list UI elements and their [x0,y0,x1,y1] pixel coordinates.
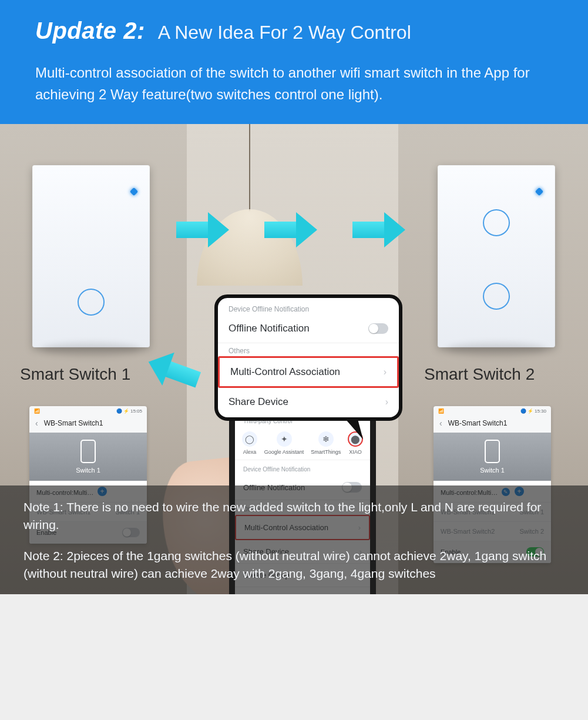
alexa-icon: ◯ [242,431,257,447]
arrow-right-icon [176,212,229,247]
arrow-right-icon [352,212,405,247]
integ-label: Alexa [243,449,257,455]
alexa-integration[interactable]: ◯Alexa [242,431,257,455]
share-device-row[interactable]: Share Device › [218,388,399,416]
switch-button-ring [483,283,510,310]
arrow-back-icon [142,346,204,397]
flow-arrows [176,212,405,247]
row-label: Multi-Control Association [230,366,340,378]
offline-section-title: Device Offline Notification [235,460,370,475]
device-hero: Switch 1 [29,433,147,481]
device-hero: Switch 1 [434,433,551,481]
notes-overlay: Note 1: There is no need to wire the new… [0,485,588,595]
status-time: 15:05 [130,408,142,414]
banner-description: Multi-control association of the switch … [35,62,553,105]
led-indicator-icon [130,187,138,196]
arrow-right-icon [264,212,317,247]
multi-control-association-row[interactable]: Multi-Control Association › [218,356,399,388]
chevron-right-icon: › [384,367,387,377]
back-icon[interactable]: ‹ [35,418,38,428]
smartthings-integration[interactable]: ❄SmartThings [311,431,341,455]
led-indicator-icon [535,187,543,196]
note-2: Note 2: 2pieces of the 1gang switches (w… [23,547,565,583]
toggle-icon[interactable] [368,323,388,334]
device-icon [485,440,500,463]
screen-title: WB-Smart Switch1 [448,419,508,427]
screen-title: WB-Smart Switch1 [44,419,103,427]
banner: Update 2: A New Idea For 2 Way Control M… [0,0,588,124]
row-label: Share Device [229,396,288,408]
row-label: Offline Notification [229,323,310,334]
back-icon[interactable]: ‹ [439,418,442,428]
banner-title-sub: A New Idea For 2 Way Control [158,22,411,43]
integ-label: SmartThings [311,449,341,455]
smart-switch-1-label: Smart Switch 1 [20,365,130,384]
illustration-stage: Smart Switch 1 Smart Switch 2 Device Off… [0,124,588,594]
chevron-right-icon: › [385,397,388,407]
smart-switch-2-panel [438,165,555,347]
hero-label: Switch 1 [76,467,100,474]
integ-label: XIAO [349,449,362,455]
google-assistant-integration[interactable]: ✦Google Assistant [264,431,304,455]
settings-callout: Device Offline Notification Offline Noti… [214,294,402,421]
smartthings-icon: ❄ [318,431,334,447]
smart-switch-1-panel [32,165,150,347]
google-assistant-icon: ✦ [277,431,292,447]
title-bar: ‹WB-Smart Switch1 [29,414,147,433]
switch-button-ring [483,209,510,236]
device-icon [80,440,96,463]
note-1: Note 1: There is no need to wire the new… [23,498,565,534]
status-bar: 📶🔵 ⚡ 15:05 [29,406,147,414]
integ-label: Google Assistant [264,449,304,455]
banner-title-bold: Update 2: [35,18,145,44]
callout-section-title: Device Offline Notification [218,302,399,314]
status-time: 15:30 [535,408,546,414]
signal-icon: 📶 [438,408,444,414]
smart-switch-2-label: Smart Switch 2 [424,365,535,384]
switch-button-ring [78,289,105,316]
lamp-cord [249,124,250,211]
signal-icon: 📶 [34,408,40,414]
callout-section-title: Others [218,343,399,356]
hero-label: Switch 1 [480,467,505,474]
title-bar: ‹WB-Smart Switch1 [434,414,551,433]
offline-notification-row[interactable]: Offline Notification [218,314,399,343]
status-bar: 📶🔵 ⚡ 15:30 [434,406,551,414]
